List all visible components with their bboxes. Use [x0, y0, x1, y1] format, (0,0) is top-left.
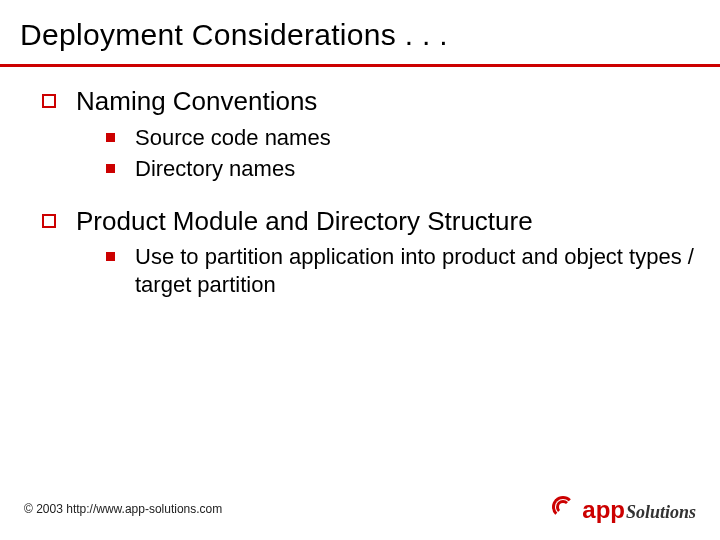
slide: Deployment Considerations . . . Naming C…: [0, 0, 720, 540]
hollow-square-icon: [42, 94, 56, 108]
footer: © 2003 http://www.app-solutions.com app …: [0, 496, 720, 522]
title-underline: [0, 64, 720, 67]
filled-square-icon: [106, 164, 115, 173]
logo-text-app: app: [582, 498, 625, 522]
slide-title: Deployment Considerations . . .: [0, 0, 720, 58]
filled-square-icon: [106, 252, 115, 261]
logo-text-solutions: Solutions: [626, 503, 696, 521]
spacer: [20, 187, 700, 197]
bullet-text: Product Module and Directory Structure: [76, 205, 533, 238]
bullet-text: Naming Conventions: [76, 85, 317, 118]
bullet-level2: Source code names: [106, 124, 700, 152]
copyright-text: © 2003 http://www.app-solutions.com: [24, 502, 222, 516]
bullet-level1: Naming Conventions: [42, 85, 700, 118]
hollow-square-icon: [42, 214, 56, 228]
bullet-text: Directory names: [135, 155, 295, 183]
bullet-level1: Product Module and Directory Structure: [42, 205, 700, 238]
bullet-level2: Directory names: [106, 155, 700, 183]
bullet-text: Source code names: [135, 124, 331, 152]
logo: app Solutions: [552, 496, 696, 522]
content-area: Naming Conventions Source code names Dir…: [0, 85, 720, 298]
bullet-text: Use to partition application into produc…: [135, 243, 700, 298]
bullet-level2: Use to partition application into produc…: [106, 243, 700, 298]
filled-square-icon: [106, 133, 115, 142]
logo-arcs-icon: [552, 496, 580, 518]
